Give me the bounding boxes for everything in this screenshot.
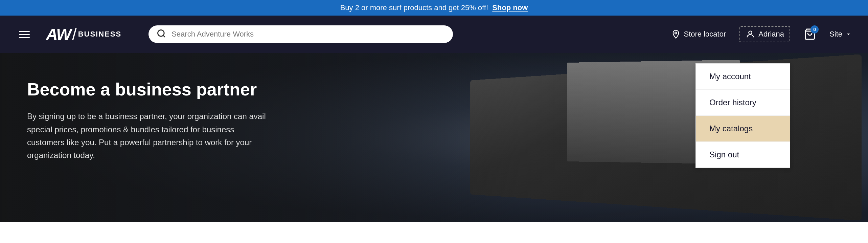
svg-point-0 [158,30,164,37]
site-label: Site [829,30,842,39]
promo-text: Buy 2 or more surf products and get 25% … [340,3,488,12]
dropdown-item-order-history[interactable]: Order history [696,90,790,116]
logo-slash: / [72,25,76,44]
store-locator-button[interactable]: Store locator [671,29,726,39]
header-actions: Store locator Adriana My account Order h… [671,26,852,42]
search-bar [149,25,453,43]
cart-button[interactable]: 0 [804,28,816,40]
dropdown-item-my-catalogs[interactable]: My catalogs [696,116,790,142]
user-menu-trigger[interactable]: Adriana [739,26,790,42]
hero-description: By signing up to be a business partner, … [27,110,271,162]
location-icon [671,29,681,39]
hero-content: Become a business partner By signing up … [0,53,304,189]
user-icon [746,29,755,39]
hamburger-menu[interactable] [16,28,32,41]
search-icon [157,29,166,40]
store-locator-label: Store locator [684,30,726,39]
hero-title: Become a business partner [27,80,277,99]
chevron-down-icon [845,31,852,38]
svg-line-1 [163,35,165,37]
logo-aw-text: AW [46,25,71,44]
header: AW / BUSINESS Store locator [0,16,868,53]
promo-link[interactable]: Shop now [492,3,528,12]
site-selector[interactable]: Site [829,30,852,39]
svg-point-2 [675,32,677,34]
cart-count-badge: 0 [810,25,819,34]
user-name-label: Adriana [758,30,784,39]
logo[interactable]: AW / BUSINESS [46,25,121,44]
dropdown-item-my-account[interactable]: My account [696,64,790,90]
user-dropdown-menu: My account Order history My catalogs Sig… [695,63,790,168]
dropdown-item-sign-out[interactable]: Sign out [696,142,790,168]
search-input[interactable] [172,30,445,39]
promo-banner: Buy 2 or more surf products and get 25% … [0,0,868,16]
svg-point-3 [749,31,752,34]
user-menu-wrapper: Adriana My account Order history My cata… [739,26,790,42]
search-container [149,25,453,43]
logo-business-text: BUSINESS [78,30,121,39]
